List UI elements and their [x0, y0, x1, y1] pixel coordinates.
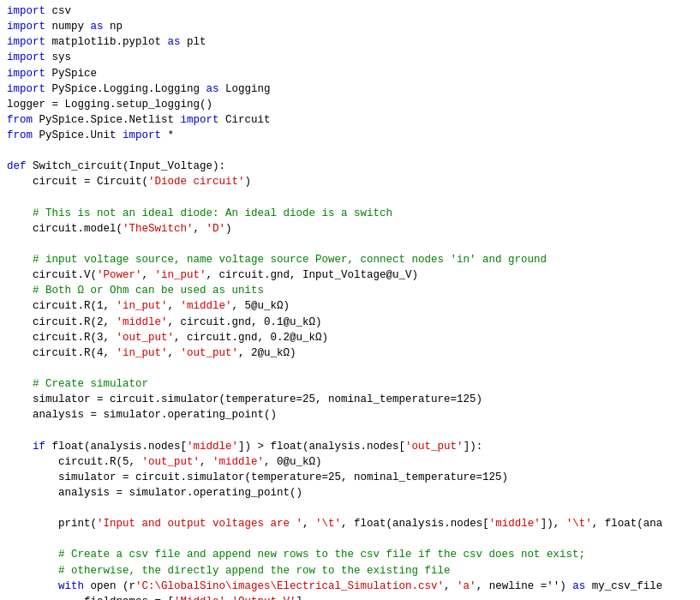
code-token: circuit = Circuit( — [7, 176, 148, 188]
code-token: , float(ana — [592, 518, 663, 530]
code-token: ) — [225, 223, 232, 235]
code-token: as — [206, 83, 219, 95]
code-line — [0, 361, 700, 376]
code-token: numpy — [45, 21, 91, 33]
code-token: logger = Logging.setup_logging() — [7, 99, 212, 111]
code-token: 'Input and output voltages are ' — [97, 518, 302, 530]
code-token: 'middle' — [212, 456, 264, 468]
code-token: , newline ='') — [476, 580, 573, 592]
code-token: circuit.R(5, — [7, 456, 142, 468]
code-line: logger = Logging.setup_logging() — [0, 97, 700, 112]
code-token: circuit.model( — [7, 223, 123, 235]
code-token: circuit.R(2, — [7, 316, 117, 328]
code-token: circuit.R(4, — [7, 347, 117, 359]
code-token: analysis = simulator.operating_point() — [7, 409, 277, 421]
code-token: Switch_circuit(Input_Voltage): — [27, 160, 226, 172]
code-token: ] — [296, 596, 303, 600]
code-token: 'C:\GlobalSino\images\Electrical_Simulat… — [135, 580, 444, 592]
code-token: 'middle' — [489, 518, 541, 530]
code-line: # otherwise, the directly append the row… — [0, 563, 700, 579]
code-token: 'in_put' — [117, 347, 168, 359]
code-token: 'out_put' — [142, 456, 200, 468]
code-token: from — [7, 129, 33, 141]
code-token: , — [168, 347, 181, 359]
code-line: circuit.R(3, 'out_put', circuit.gnd, 0.2… — [0, 330, 700, 345]
code-line: import matplotlib.pyplot as plt — [0, 34, 700, 50]
code-token: def — [7, 160, 27, 172]
code-token: 'middle' — [187, 441, 238, 453]
code-token: , circuit.gnd, 0.1@u_kΩ) — [168, 316, 322, 328]
code-line: if float(analysis.nodes['middle']) > flo… — [0, 439, 700, 454]
code-line: import PySpice.Logging.Logging as Loggin… — [0, 81, 700, 97]
code-line: def Switch_circuit(Input_Voltage): — [0, 159, 700, 174]
code-token: Circuit — [219, 114, 271, 126]
code-token: , circuit.gnd, 0.2@u_kΩ) — [174, 332, 328, 344]
code-token: '\t' — [315, 518, 341, 530]
code-line: from PySpice.Spice.Netlist import Circui… — [0, 112, 700, 128]
code-token: as — [91, 21, 104, 33]
code-token: # Both Ω or Ohm can be used as units — [7, 285, 264, 297]
code-token: , — [302, 518, 315, 530]
code-line: # This is not an ideal diode: An ideal d… — [0, 206, 700, 221]
code-line — [0, 190, 700, 206]
code-token: , — [194, 223, 206, 235]
code-token: import — [7, 51, 45, 63]
code-token: 'D' — [206, 223, 226, 235]
code-line: circuit.R(4, 'in_put', 'out_put', 2@u_kΩ… — [0, 345, 700, 361]
code-token: import — [7, 83, 45, 95]
code-line: analysis = simulator.operating_point() — [0, 407, 700, 423]
code-line: from PySpice.Unit import * — [0, 128, 700, 143]
code-token: ) — [245, 176, 252, 188]
code-token: 'a' — [457, 580, 476, 592]
code-line: circuit.R(2, 'middle', circuit.gnd, 0.1@… — [0, 315, 700, 330]
code-token: open (r — [84, 580, 135, 592]
code-token: simulator = circuit.simulator(temperatur… — [7, 471, 508, 483]
code-token: , 0@u_kΩ) — [264, 456, 322, 468]
code-token: 'in_put' — [117, 300, 168, 312]
code-line: circuit = Circuit('Diode circuit') — [0, 174, 700, 189]
code-line: import PySpice — [0, 66, 700, 81]
code-line: simulator = circuit.simulator(temperatur… — [0, 470, 700, 485]
code-token: ]): — [464, 441, 483, 453]
code-token: , — [444, 580, 457, 592]
code-token: 'Diode circuit' — [148, 176, 245, 188]
code-token: PySpice.Spice.Netlist — [33, 114, 181, 126]
code-line: circuit.R(5, 'out_put', 'middle', 0@u_kΩ… — [0, 454, 700, 470]
code-line: fieldnames = ['Middle','Output_V'] — [0, 594, 700, 600]
code-token: circuit.R(1, — [7, 300, 117, 312]
code-token: , float(analysis.nodes[ — [341, 518, 489, 530]
code-token: # input voltage source, name voltage sou… — [7, 254, 547, 266]
code-token: import — [123, 129, 161, 141]
code-editor: import csvimport numpy as npimport matpl… — [0, 0, 700, 600]
code-token: from — [7, 114, 33, 126]
code-token: fieldnames = [ — [7, 596, 174, 600]
code-token: simulator = circuit.simulator(temperatur… — [7, 393, 482, 405]
code-line: with open (r'C:\GlobalSino\images\Electr… — [0, 579, 700, 594]
code-line — [0, 501, 700, 516]
code-line: import csv — [0, 3, 700, 19]
code-token: ]), — [541, 518, 566, 530]
code-token: 'in_put' — [155, 269, 206, 281]
code-token: csv — [45, 5, 71, 17]
code-token: , — [168, 300, 181, 312]
code-token: plt — [181, 36, 206, 48]
code-token: with — [7, 580, 84, 592]
code-token: 'out_put' — [117, 332, 175, 344]
code-token: import — [7, 5, 45, 17]
code-token: 'out_put' — [405, 441, 464, 453]
code-line: analysis = simulator.operating_point() — [0, 485, 700, 501]
code-token: '\t' — [566, 518, 592, 530]
code-token: 'out_put' — [181, 347, 239, 359]
code-line: circuit.R(1, 'in_put', 'middle', 5@u_kΩ) — [0, 298, 700, 314]
code-line: # input voltage source, name voltage sou… — [0, 252, 700, 267]
code-line: simulator = circuit.simulator(temperatur… — [0, 392, 700, 407]
code-token: , 5@u_kΩ) — [232, 300, 290, 312]
code-line: # Create simulator — [0, 376, 700, 392]
code-token: # Create simulator — [7, 378, 148, 390]
code-line: print('Input and output voltages are ', … — [0, 516, 700, 531]
code-line: # Create a csv file and append new rows … — [0, 547, 700, 562]
code-token: 'Output_V' — [232, 596, 296, 600]
code-token: import — [7, 36, 45, 48]
code-token: 'TheSwitch' — [123, 223, 194, 235]
code-token: # This is not an ideal diode: An ideal d… — [7, 207, 392, 219]
